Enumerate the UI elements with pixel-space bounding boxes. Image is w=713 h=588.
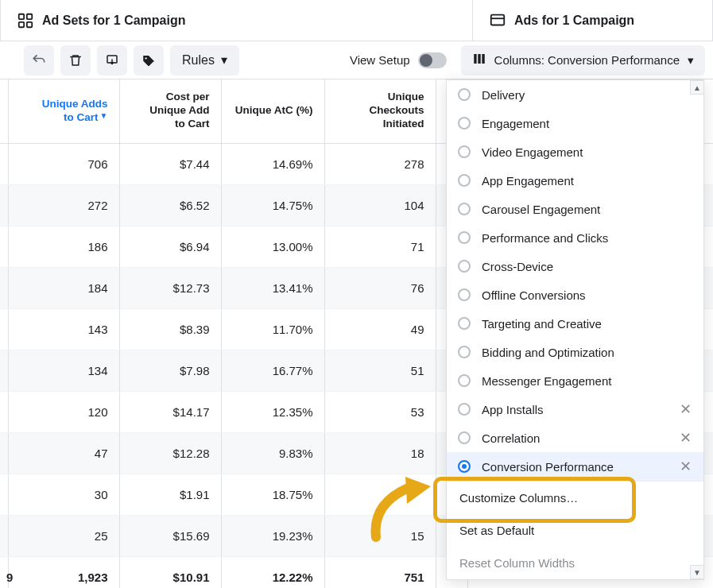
column-preset-item[interactable]: Targeting and Creative xyxy=(447,309,703,338)
preset-label: Video Engagement xyxy=(482,145,583,159)
view-setup-group: View Setup xyxy=(350,52,447,68)
table-cell: 30 xyxy=(8,474,119,515)
column-header[interactable]: Unique Addsto Cart▼ xyxy=(8,79,119,143)
column-preset-item[interactable]: Carousel Engagement xyxy=(447,195,703,223)
table-cell: 120 xyxy=(8,391,119,432)
top-tabs: Ad Sets for 1 Campaign Ads for 1 Campaig… xyxy=(0,0,713,41)
radio-icon xyxy=(458,145,471,158)
table-cell: 11.70% xyxy=(221,308,324,350)
radio-icon xyxy=(458,231,471,244)
table-cell: 184 xyxy=(8,267,119,308)
table-cell: 13.41% xyxy=(221,267,324,308)
column-header[interactable]: Unique AtC (%) xyxy=(221,79,324,143)
table-cell: 53 xyxy=(324,391,436,432)
table-cell: $14.17 xyxy=(119,391,221,432)
columns-button[interactable]: Columns: Conversion Performance ▾ xyxy=(461,45,705,75)
svg-rect-8 xyxy=(474,54,476,64)
toolbar-edge xyxy=(8,45,19,75)
preset-label: Cross-Device xyxy=(482,260,553,273)
table-cell: 12.35% xyxy=(221,391,324,432)
remove-preset-icon[interactable]: ✕ xyxy=(678,400,692,418)
delete-button[interactable] xyxy=(60,45,91,75)
column-preset-item[interactable]: Messenger Engagement xyxy=(447,366,703,395)
radio-icon xyxy=(458,260,471,273)
column-header[interactable]: Cost perUnique Addto Cart xyxy=(119,79,221,143)
preset-label: Carousel Engagement xyxy=(482,203,600,216)
columns-label: Columns: Conversion Performance xyxy=(494,53,680,67)
svg-rect-2 xyxy=(19,21,24,26)
svg-rect-9 xyxy=(478,54,480,64)
preset-label: Engagement xyxy=(482,117,549,130)
export-button[interactable] xyxy=(97,45,127,75)
table-cell: $7.98 xyxy=(119,350,221,391)
preset-label: Correlation xyxy=(482,431,540,445)
column-preset-item[interactable]: App Engagement xyxy=(447,166,703,195)
tab-adsets[interactable]: Ad Sets for 1 Campaign xyxy=(0,0,473,41)
undo-button[interactable] xyxy=(24,45,54,75)
scroll-up-icon[interactable]: ▲ xyxy=(690,80,704,95)
radio-icon xyxy=(458,374,471,387)
radio-icon xyxy=(458,317,471,330)
rules-button[interactable]: Rules ▾ xyxy=(170,45,239,75)
column-preset-item[interactable]: Engagement xyxy=(447,109,703,137)
table-cell: 25 xyxy=(8,515,119,556)
radio-icon xyxy=(458,203,471,215)
column-preset-item[interactable]: Delivery xyxy=(447,80,703,109)
adsets-grid-icon xyxy=(17,12,34,29)
table-cell: 15 xyxy=(324,515,436,556)
column-preset-item[interactable]: Bidding and Optimization xyxy=(447,338,703,366)
scroll-down-icon[interactable]: ▼ xyxy=(690,565,704,579)
table-cell: $12.73 xyxy=(119,267,221,308)
table-cell: 47 xyxy=(8,432,119,474)
table-cell: $7.44 xyxy=(119,143,221,184)
table-cell: $8.39 xyxy=(119,308,221,350)
ads-rect-icon xyxy=(489,12,506,29)
table-cell: 9.83% xyxy=(221,432,324,474)
radio-icon xyxy=(458,88,471,101)
table-cell: 12.22% xyxy=(221,556,324,588)
set-default-button[interactable]: Set as Default xyxy=(447,514,703,547)
column-preset-item[interactable]: App Installs✕ xyxy=(447,395,703,424)
table-cell: 706 xyxy=(8,143,119,184)
svg-point-7 xyxy=(145,57,147,59)
column-preset-item[interactable]: Video Engagement xyxy=(447,137,703,166)
table-cell: $10.91 xyxy=(119,556,221,588)
column-preset-item[interactable]: Correlation✕ xyxy=(447,424,703,452)
radio-icon xyxy=(458,174,471,187)
column-header[interactable]: UniqueCheckoutsInitiated xyxy=(324,79,436,143)
table-cell: 272 xyxy=(8,184,119,226)
column-preset-item[interactable]: Cross-Device xyxy=(447,252,703,280)
preset-label: Performance and Clicks xyxy=(482,231,608,245)
svg-rect-4 xyxy=(491,14,505,25)
table-cell: $15.69 xyxy=(119,515,221,556)
preset-label: Offline Conversions xyxy=(482,288,586,302)
column-preset-item[interactable]: Conversion Performance✕ xyxy=(447,452,703,481)
column-preset-item[interactable]: Performance and Clicks xyxy=(447,223,703,252)
table-cell: 19.23% xyxy=(221,515,324,556)
preset-label: App Installs xyxy=(482,403,544,416)
tab-adsets-label: Ad Sets for 1 Campaign xyxy=(42,14,185,28)
remove-preset-icon[interactable]: ✕ xyxy=(678,429,692,447)
chevron-down-icon: ▾ xyxy=(221,52,227,68)
preset-label: Messenger Engagement xyxy=(482,374,611,388)
radio-icon xyxy=(458,460,471,473)
chevron-down-icon: ▾ xyxy=(688,53,694,68)
table-cell: 143 xyxy=(8,308,119,350)
tab-ads[interactable]: Ads for 1 Campaign xyxy=(473,0,713,41)
table-cell: $6.52 xyxy=(119,184,221,226)
table-cell: 14.75% xyxy=(221,184,324,226)
table-cell: 751 xyxy=(324,556,436,588)
remove-preset-icon[interactable]: ✕ xyxy=(678,458,692,475)
preset-label: Targeting and Creative xyxy=(482,317,602,331)
tag-button[interactable] xyxy=(134,45,164,75)
customize-columns-button[interactable]: Customize Columns… xyxy=(447,482,703,514)
column-header[interactable] xyxy=(0,79,8,143)
svg-rect-3 xyxy=(27,21,32,26)
radio-icon xyxy=(458,346,471,358)
reset-column-widths-button[interactable]: Reset Column Widths xyxy=(447,547,703,579)
table-cell: $6.94 xyxy=(119,226,221,267)
table-cell xyxy=(324,474,436,515)
view-setup-toggle[interactable] xyxy=(418,52,447,68)
column-preset-item[interactable]: Offline Conversions xyxy=(447,280,703,309)
rules-label: Rules xyxy=(182,53,215,68)
